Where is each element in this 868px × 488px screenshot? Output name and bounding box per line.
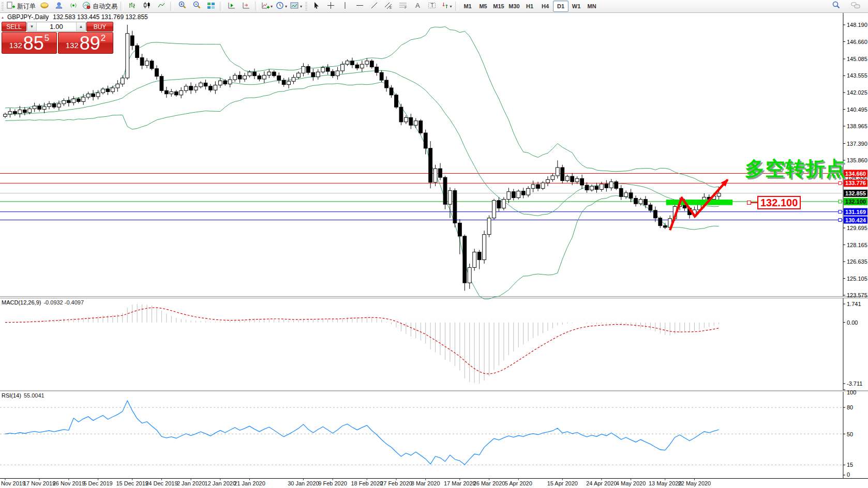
timeframe-m30-button[interactable]: M30 (506, 1, 522, 12)
timeframe-bar: M1M5M15M30H1H4D1W1MN (460, 1, 600, 12)
profile-button[interactable] (52, 1, 66, 12)
new-order-label: 新订单 (17, 2, 36, 11)
svg-text:4 May 2020: 4 May 2020 (616, 480, 646, 486)
svg-text:26 Mar 2020: 26 Mar 2020 (473, 480, 505, 486)
svg-text:E: E (390, 6, 392, 9)
svg-text:24 Dec 2019: 24 Dec 2019 (145, 480, 177, 486)
auto-trading-button[interactable]: 自动交易 (81, 1, 119, 12)
svg-text:131.169: 131.169 (845, 209, 866, 215)
chart-shift-button[interactable] (239, 1, 253, 12)
fibonacci-button[interactable]: F (396, 1, 410, 12)
trendline-button[interactable] (367, 1, 381, 12)
horizontal-line-button[interactable] (352, 1, 367, 12)
timeframe-mn-button[interactable]: MN (584, 1, 600, 12)
svg-text:146.660: 146.660 (847, 39, 867, 45)
arrows-button[interactable]: ▾ (439, 1, 454, 12)
line-chart-button[interactable] (154, 1, 169, 12)
zoom-in-icon (178, 1, 187, 11)
timeframe-w1-button[interactable]: W1 (568, 1, 584, 12)
svg-text:27 Feb 2020: 27 Feb 2020 (380, 480, 412, 486)
volume-decrease-button[interactable]: ▼ (27, 22, 37, 31)
svg-text:18 Feb 2020: 18 Feb 2020 (351, 480, 383, 486)
macd-values: -0.0932 -0.4097 (43, 299, 84, 306)
channel-icon: E (384, 2, 393, 11)
svg-text:24 Apr 2020: 24 Apr 2020 (586, 480, 617, 486)
sell-button[interactable]: SELL (2, 22, 26, 32)
chevron-down-icon: ▾ (285, 4, 287, 9)
new-order-icon (7, 2, 15, 11)
rsi-name: RSI(14) (2, 392, 21, 399)
svg-text:8 Mar 2020: 8 Mar 2020 (411, 480, 440, 486)
market-watch-button[interactable] (37, 1, 52, 12)
price-chart-canvas[interactable]: 148.190146.660145.085143.555142.025140.4… (0, 0, 868, 488)
zoom-in-button[interactable] (175, 1, 189, 12)
svg-text:15 Dec 2019: 15 Dec 2019 (116, 480, 148, 486)
svg-text:-3.711: -3.711 (847, 380, 862, 387)
templates-button[interactable]: ▾ (289, 1, 304, 12)
svg-text:132.100: 132.100 (845, 199, 866, 205)
timeframe-h1-button[interactable]: H1 (522, 1, 537, 12)
svg-text:80: 80 (847, 404, 853, 410)
volume-increase-button[interactable]: ▲ (76, 22, 85, 31)
toolbar-right-group (829, 1, 863, 12)
candlestick-chart-icon (143, 2, 151, 11)
signals-button[interactable] (66, 1, 81, 12)
volume-value[interactable]: 1.00 (37, 22, 76, 31)
svg-text:137.390: 137.390 (847, 141, 867, 147)
timeframe-d1-button[interactable]: D1 (553, 1, 568, 12)
svg-text:123.575: 123.575 (847, 292, 867, 298)
svg-text:22 May 2020: 22 May 2020 (678, 480, 711, 486)
collapse-marker-icon[interactable]: ▴ (2, 15, 4, 20)
indicators-icon (261, 2, 270, 11)
channel-button[interactable]: E (381, 1, 396, 12)
svg-text:9 Feb 2020: 9 Feb 2020 (318, 480, 347, 486)
sell-price-sup: 5 (44, 33, 49, 43)
trendline-icon (370, 2, 378, 11)
indicators-button[interactable]: ▾ (260, 1, 274, 12)
buy-price-button[interactable]: 132892 (58, 32, 113, 54)
new-order-button[interactable]: 新订单 (5, 1, 37, 12)
cursor-button[interactable] (309, 1, 323, 12)
svg-text:1.741: 1.741 (847, 301, 861, 307)
macd-name: MACD(12,26,9) (2, 299, 41, 306)
timeframe-m1-button[interactable]: M1 (460, 1, 475, 12)
rsi-value: 55.0041 (24, 392, 44, 399)
sell-price-button[interactable]: 132855 (2, 32, 57, 54)
buy-price-sup: 2 (101, 33, 106, 43)
svg-text:5 Dec 2019: 5 Dec 2019 (83, 480, 112, 486)
vertical-line-button[interactable] (338, 1, 352, 12)
chat-button[interactable] (848, 1, 863, 12)
toolbar-grip (2, 2, 4, 10)
timeframe-h4-button[interactable]: H4 (537, 1, 553, 12)
auto-scroll-button[interactable] (225, 1, 239, 12)
candlestick-chart-button[interactable] (140, 1, 154, 12)
svg-text:15: 15 (847, 462, 853, 468)
svg-text:135.860: 135.860 (847, 157, 867, 163)
zoom-out-button[interactable] (189, 1, 204, 12)
turning-point-annotation[interactable]: 多空转折点 (745, 156, 846, 182)
svg-text:15 Apr 2020: 15 Apr 2020 (547, 480, 578, 486)
timeframe-m5-button[interactable]: M5 (475, 1, 491, 12)
svg-text:0: 0 (847, 471, 850, 478)
market-watch-icon (40, 2, 49, 11)
timeframe-m15-button[interactable]: M15 (491, 1, 506, 12)
text-button[interactable]: A (410, 1, 425, 12)
svg-text:134.660: 134.660 (845, 171, 866, 177)
periods-button[interactable]: ▾ (274, 1, 289, 12)
tile-windows-button[interactable] (204, 1, 218, 12)
chevron-down-icon: ▾ (450, 4, 452, 9)
line-chart-icon (157, 2, 166, 11)
svg-text:148.190: 148.190 (847, 22, 867, 28)
svg-text:133.776: 133.776 (845, 180, 866, 186)
level-callout-label[interactable]: 132.100 (757, 196, 801, 209)
arrows-icon (441, 2, 449, 11)
buy-price-big: 89 (80, 35, 100, 52)
sell-price-big: 85 (23, 35, 44, 52)
svg-text:142.025: 142.025 (847, 89, 867, 96)
crosshair-button[interactable] (323, 1, 338, 12)
text-label-button[interactable]: T (425, 1, 439, 12)
profile-icon (55, 2, 63, 11)
buy-button[interactable]: BUY (86, 22, 113, 32)
bar-chart-button[interactable] (125, 1, 140, 12)
search-button[interactable] (829, 1, 843, 12)
